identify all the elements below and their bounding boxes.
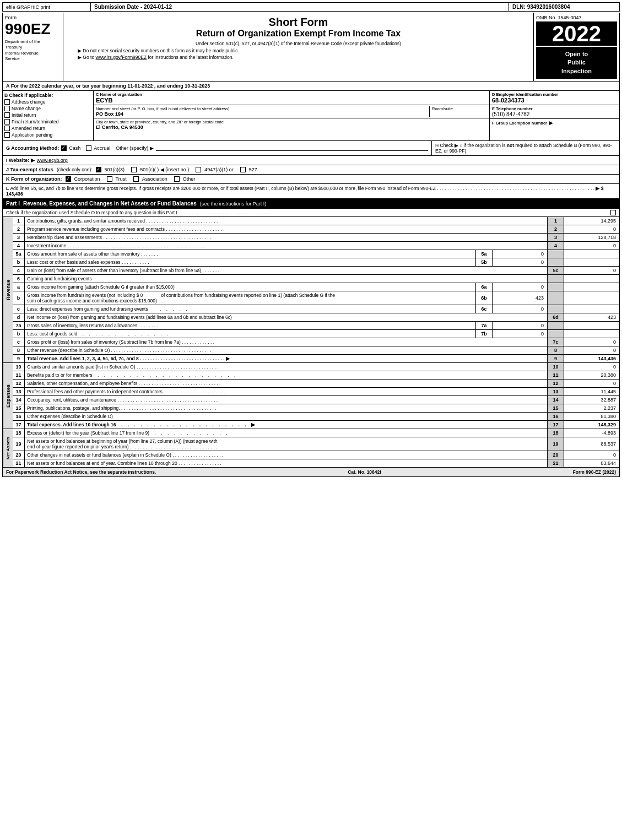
row-subval-6b: 423 [493,291,548,305]
row-val-12: 0 [564,380,619,387]
row-num-12: 12 [13,380,25,387]
accrual-label: Accrual [94,145,110,151]
l-arrow: ▶ $ [596,186,603,191]
address-change-checkbox[interactable] [4,99,10,105]
omb-section: OMB No. 1545-0047 2022 Open toPublicInsp… [534,13,619,81]
k-corp-check[interactable] [66,176,71,182]
k-trust-check[interactable] [107,176,112,182]
cash-checkbox[interactable] [61,145,67,151]
revenue-row-3: 3 Membership dues and assessments . . . … [13,234,619,242]
submission-text: Submission Date - 2024-01-12 [94,4,172,10]
row-linenum-21: 21 [548,459,564,467]
row-val-15: 2,237 [564,404,619,412]
omb-number: OMB No. 1545-0047 [536,15,617,20]
phone-label: E Telephone number [492,106,617,111]
row-desc-6d: Net income or (loss) from gaming and fun… [25,313,548,321]
row-linenum-14: 14 [548,396,564,404]
j-501c3-label: 501(c)(3) [105,167,125,172]
row-sub-6c: 6c [476,305,493,313]
l-dots: . . . . . . . . . . . . . . . . . . . . … [437,186,594,191]
revenue-row-4: 4 Investment income . . . . . . . . . . … [13,242,619,250]
row-linenum-5a-empty [548,250,564,258]
subtitle: Under section 501(c), 527, or 4947(a)(1)… [67,41,530,46]
row-num-20: 20 [13,451,25,459]
row-linenum-6b-empty [548,291,564,305]
j-note: (check only one): [57,167,93,172]
expense-row-12: 12 Salaries, other compensation, and emp… [13,380,619,388]
accrual-checkbox[interactable] [86,145,91,151]
initial-return-checkbox[interactable] [4,112,10,118]
j-label: J Tax-exempt status [6,167,53,172]
form-number-section: Form 990EZ Department of the Treasury In… [3,13,63,81]
row-desc-13: Professional fees and other payments to … [25,388,548,395]
part1-header: Part I Revenue, Expenses, and Changes in… [2,198,620,209]
row-sub-7a: 7a [476,322,493,329]
row-val-1: 14,295 [564,217,619,225]
j-501c-check[interactable] [131,167,137,172]
h-text: H Check ▶ ○ if the organization is not r… [435,143,612,154]
footer-paperwork: For Paperwork Reduction Act Notice, see … [6,469,156,475]
org-name-label: C Name of organization [96,92,487,97]
website-url[interactable]: www.ecyb.org [37,158,68,163]
revenue-row-8: 8 Other revenue (describe in Schedule O)… [13,346,619,355]
row-val-5c: 0 [564,267,619,274]
row-linenum-6d: 6d [548,313,564,321]
bullet1: ▶ Do not enter social security numbers o… [67,48,530,53]
efile-text: efile GRAPHIC print [6,4,50,10]
org-room-col: Room/suite [432,106,487,117]
row-num-10: 10 [13,363,25,371]
application-pending-checkbox[interactable] [4,132,10,138]
row-num-14: 14 [13,396,25,404]
check-note-text: Check if the organization used Schedule … [6,210,268,215]
row-subval-5b: 0 [493,258,548,266]
i-label: I Website: ▶ [6,158,35,163]
revenue-row-6b: b Gross income from fundraising events (… [13,291,619,305]
name-change-checkbox[interactable] [4,106,10,111]
efile-label: efile GRAPHIC print [3,3,91,11]
row-linenum-7b-empty [548,330,564,338]
row-num-7b: b [13,330,25,338]
revenue-row-7c: c Gross profit or (loss) from sales of i… [13,338,619,346]
row-num-7c: c [13,338,25,346]
other-specify-line [156,145,428,151]
j-501c3-check[interactable] [96,167,101,172]
revenue-rows: 1 Contributions, gifts, grants, and simi… [13,217,619,362]
g-label: G Accounting Method: [6,145,59,151]
check-address-change: Address change [4,99,91,105]
row-desc-15: Printing, publications, postage, and shi… [25,404,548,412]
row-num-19: 19 [13,437,25,451]
row-num-11: 11 [13,371,25,379]
row-num-5a: 5a [13,250,25,258]
org-city-row: City or town, state or province, country… [94,118,489,131]
address-change-label: Address change [12,99,45,105]
check-name-change: Name change [4,106,91,111]
final-return-checkbox[interactable] [4,119,10,124]
row-val-14: 32,887 [564,396,619,404]
part1-label: Part I [6,200,20,207]
other-label: Other (specify) ▶ [116,145,154,151]
row-sub-7b: 7b [476,330,493,338]
k-assoc-check[interactable] [133,176,139,182]
row-num-6d: d [13,313,25,321]
row-desc-18: Excess or (deficit) for the year (Subtra… [25,429,548,437]
row-val-9: 143,436 [564,355,619,362]
row-linenum-2: 2 [548,225,564,233]
k-assoc-label: Association [142,176,167,182]
amended-return-checkbox[interactable] [4,126,10,131]
revenue-row-6d: d Net income or (loss) from gaming and f… [13,313,619,322]
row-val-6c-empty [564,305,619,313]
cash-label: Cash [69,145,80,151]
k-other-check[interactable] [174,176,180,182]
irs-link[interactable]: www.irs.gov/Form990EZ [96,55,147,60]
address-label: Number and street (or P. O. box, if mail… [96,106,427,111]
j-4947-check[interactable] [196,167,201,172]
part1-schedule-o-check[interactable] [610,210,616,215]
row-desc-7a: Gross sales of inventory, less returns a… [25,322,476,329]
row-desc-5c: Gain or (loss) from sale of assets other… [25,267,548,274]
j-527-check[interactable] [240,167,246,172]
row-num-5c: c [13,267,25,274]
footer-bar: For Paperwork Reduction Act Notice, see … [2,468,620,477]
row-desc-3: Membership dues and assessments . . . . … [25,234,548,241]
city-label: City or town, state or province, country… [96,120,487,124]
section-h: H Check ▶ ○ if the organization is not r… [432,141,619,155]
